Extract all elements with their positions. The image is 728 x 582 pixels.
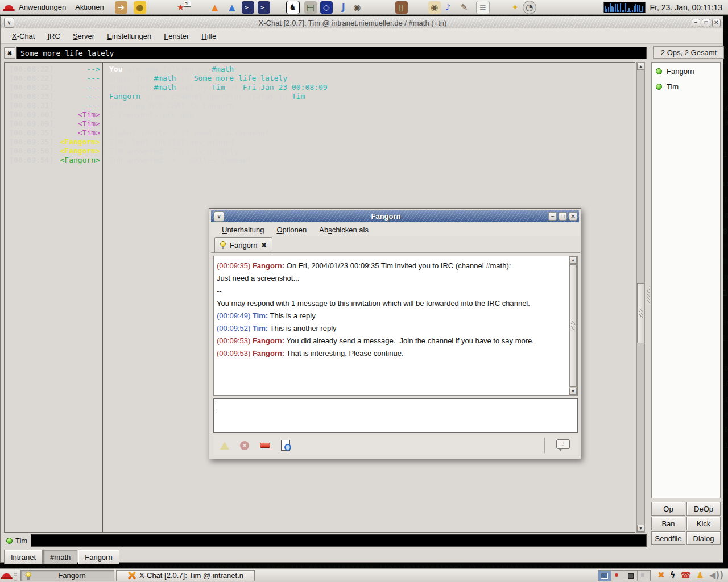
chat-nick-tag: <Tim> xyxy=(57,119,100,128)
wire-cube-icon[interactable]: ◇ xyxy=(320,1,333,14)
pane-splitter[interactable] xyxy=(647,62,650,533)
dialog-message-area[interactable]: (00:09:35) Fangorn: On Fri, 2004/01/23 0… xyxy=(213,256,578,396)
telephone-icon[interactable]: ☎ xyxy=(681,571,692,580)
ban-button[interactable]: Ban xyxy=(651,517,685,530)
keys-icon[interactable]: ✦ xyxy=(509,1,522,14)
user-list-item-tim[interactable]: Tim xyxy=(652,79,720,94)
hide-topic-button[interactable]: ✖ xyxy=(4,47,15,59)
dialog-tab-label: Fangorn xyxy=(230,241,257,250)
dialog-window-menu-button[interactable]: ∨ xyxy=(214,211,224,222)
channel-tab-intranet[interactable]: Intranet xyxy=(4,550,43,564)
search-document-icon[interactable] xyxy=(281,440,290,451)
pda-icon[interactable]: ▤ xyxy=(304,1,317,14)
dialog-scroll-down-button[interactable]: ▼ xyxy=(569,388,577,395)
minimize-button[interactable]: – xyxy=(692,19,700,27)
horse-icon[interactable]: ♞ xyxy=(286,1,300,14)
panel-clock[interactable]: Fr, 23. Jan, 00:11:13 xyxy=(650,3,722,12)
deop-button[interactable]: DeOp xyxy=(686,502,721,516)
message-input[interactable] xyxy=(31,534,647,547)
workspace-4[interactable] xyxy=(638,571,650,581)
clock-gauge-icon[interactable]: ◔ xyxy=(523,1,536,14)
handheld-phone-icon[interactable]: ▯ xyxy=(395,1,408,14)
xchat-tray-icon[interactable]: ✖ xyxy=(657,571,665,580)
actions-menu-label[interactable]: Aktionen xyxy=(73,3,106,11)
chat-scrollbar[interactable]: ▲ ▼ xyxy=(636,62,645,533)
workspace-1[interactable] xyxy=(598,571,611,581)
dialog-button[interactable]: Dialog xyxy=(686,531,721,545)
dialog-message: (00:09:52) Tim: This is another reply xyxy=(217,322,574,335)
dialog-titlebar[interactable]: ∨ Fangorn – □ ✕ xyxy=(211,210,579,222)
red-flame-icon[interactable]: ▲ xyxy=(209,1,221,14)
terminal-tux-icon[interactable]: >_ xyxy=(258,1,270,14)
scroll-down-button[interactable]: ▼ xyxy=(637,525,644,532)
workspace-3[interactable] xyxy=(624,571,638,581)
op-button[interactable]: Op xyxy=(651,502,685,516)
dialog-message: You may respond with 1 message to this i… xyxy=(217,297,574,310)
scroll-up-button[interactable]: ▲ xyxy=(637,63,644,70)
redhat-taskbar-icon[interactable] xyxy=(2,573,11,578)
tab-close-icon[interactable]: ✖ xyxy=(261,242,266,249)
system-monitor-graph[interactable] xyxy=(603,2,646,13)
menu-server[interactable]: Server xyxy=(67,30,101,43)
menu-hilfe[interactable]: Hilfe xyxy=(195,30,222,43)
menu-einstellungen[interactable]: Einstellungen xyxy=(101,30,158,43)
star-smiley-icon[interactable]: ★hi! xyxy=(175,1,187,14)
dialog-menu-unterhaltung[interactable]: Unterhaltung xyxy=(216,223,270,236)
dialog-scrollbar[interactable]: ▲ ▼ xyxy=(569,256,577,396)
dialog-tab-fangorn[interactable]: Fangorn ✖ xyxy=(214,237,272,252)
menu-irc[interactable]: IRC xyxy=(41,30,66,43)
gimp-icon[interactable]: ✎ xyxy=(458,1,470,14)
channel-tab-math[interactable]: #math xyxy=(43,550,77,564)
dialog-scroll-up-button[interactable]: ▲ xyxy=(569,256,577,264)
dialog-message-input[interactable] xyxy=(213,398,578,433)
kick-button[interactable]: Kick xyxy=(686,517,721,530)
chat-message-text: You are now talking on #math xyxy=(109,65,234,74)
close-button[interactable]: ✕ xyxy=(712,19,721,27)
chat-bubble-icon[interactable]: .! xyxy=(556,439,570,449)
dialog-timestamp: (00:09:49) xyxy=(217,311,253,320)
taskbar-task-xchat[interactable]: X-Chat [2.0.7]: Tim @ intranet.n xyxy=(116,570,255,581)
dialog-close-button[interactable]: ✕ xyxy=(569,212,577,221)
taskbar-task-fangorn[interactable]: Fangorn xyxy=(20,570,114,581)
chat-scrollbar-thumb[interactable] xyxy=(637,283,644,343)
dialog-menu-optionen[interactable]: Optionen xyxy=(270,223,313,236)
menu-x-chat[interactable]: X-Chat xyxy=(6,30,41,43)
lock-screen-icon[interactable]: ● xyxy=(134,1,146,14)
terminal-icon[interactable]: >_ xyxy=(242,1,254,14)
text-cursor xyxy=(217,402,217,410)
user-name: Tim xyxy=(667,82,679,91)
blue-flame-icon[interactable]: ▲ xyxy=(226,1,238,14)
logout-door-icon[interactable]: ➜ xyxy=(115,1,127,14)
dialog-menu-abschicken-als[interactable]: Abschicken als xyxy=(313,223,375,236)
notes-icon[interactable]: ≡ xyxy=(476,1,490,14)
remove-icon[interactable] xyxy=(260,443,270,448)
warning-icon[interactable] xyxy=(220,442,229,450)
chat-nick-tag: --- xyxy=(57,74,100,83)
dialog-tab-row: Fangorn ✖ xyxy=(211,237,580,253)
workspace-2[interactable] xyxy=(611,571,624,581)
applications-menu-label[interactable]: Anwendungen xyxy=(16,3,68,11)
volume-icon[interactable]: ◀)) xyxy=(709,571,723,580)
workspace-pager[interactable] xyxy=(598,570,651,581)
channel-tab-fangorn[interactable]: Fangorn xyxy=(78,550,119,564)
person-icon[interactable]: ♟ xyxy=(696,571,704,580)
actions-menu[interactable]: Aktionen xyxy=(73,3,106,11)
spy-search-icon[interactable]: ◉ xyxy=(351,1,363,14)
block-icon[interactable]: ✖ xyxy=(240,441,249,450)
op-status-icon xyxy=(6,538,13,544)
user-list-item-fangorn[interactable]: Fangorn xyxy=(652,64,720,79)
music-note-icon[interactable]: ♪ xyxy=(442,1,454,14)
window-menu-button[interactable]: ∨ xyxy=(4,18,14,28)
dialog-minimize-button[interactable]: – xyxy=(548,212,557,221)
dialog-maximize-button[interactable]: □ xyxy=(559,212,567,221)
dialog-scrollbar-thumb[interactable] xyxy=(569,264,577,387)
applications-menu[interactable]: Anwendungen xyxy=(5,3,68,11)
topic-input[interactable]: Some more life lately xyxy=(16,47,647,59)
speaker-box-icon[interactable]: ◉ xyxy=(428,1,441,14)
maximize-button[interactable]: □ xyxy=(702,19,710,27)
menu-fenster[interactable]: Fenster xyxy=(158,30,195,43)
main-window-titlebar[interactable]: ∨ X-Chat [2.0.7]: Tim @ intranet.niemuel… xyxy=(1,17,722,28)
jabber-icon[interactable]: J xyxy=(337,1,350,14)
lightning-bolt-icon[interactable]: ϟ xyxy=(670,571,676,580)
sendfile-button[interactable]: Sendfile xyxy=(651,531,685,545)
